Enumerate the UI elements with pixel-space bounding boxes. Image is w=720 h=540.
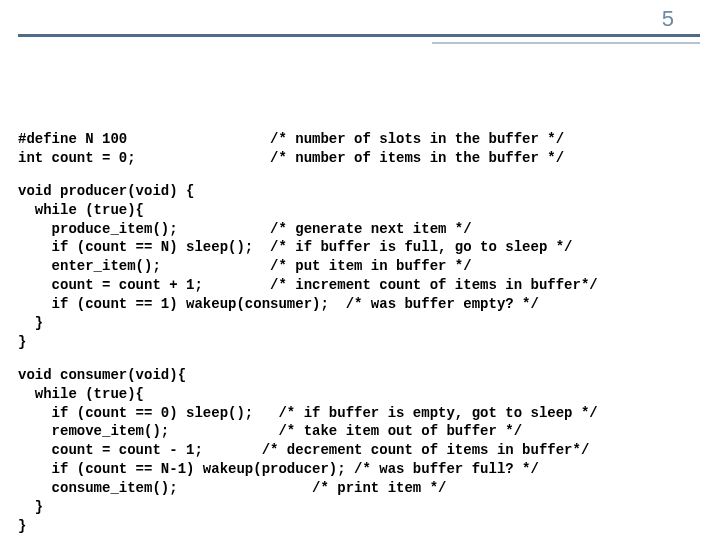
slide: 5 #define N 100 /* number of slots in th… — [0, 0, 720, 540]
page-number: 5 — [662, 4, 674, 34]
header-rule-primary — [18, 34, 700, 37]
header-rule-secondary — [432, 42, 700, 44]
slide-content: #define N 100 /* number of slots in the … — [0, 70, 720, 536]
code-producer: void producer(void) { while (true){ prod… — [18, 182, 702, 352]
slide-header: 5 — [0, 0, 720, 70]
code-consumer: void consumer(void){ while (true){ if (c… — [18, 366, 702, 536]
code-definitions: #define N 100 /* number of slots in the … — [18, 130, 702, 168]
